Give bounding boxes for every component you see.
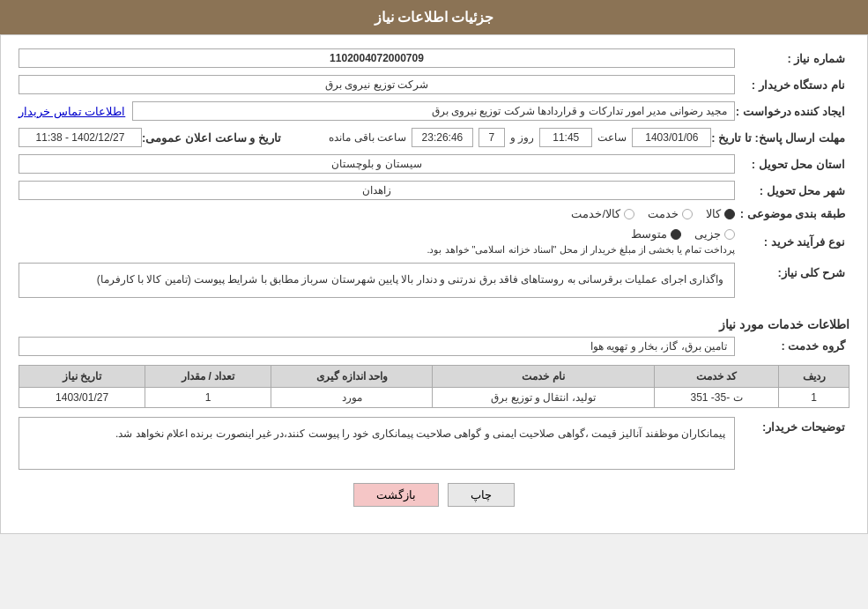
response-date: 1403/01/06 [632,128,711,147]
print-button[interactable]: چاپ [448,483,515,507]
col-header-quantity: تعداد / مقدار [145,365,271,387]
province-label: استان محل تحویل : [735,158,849,171]
services-table: ردیف کد خدمت نام خدمت واحد اندازه گیری ت… [19,365,849,408]
city-label: شهر محل تحویل : [735,184,849,197]
page-title: جزئیات اطلاعات نیاز [0,0,868,34]
hours-label: ساعت [597,131,627,144]
col-header-code: کد خدمت [654,365,778,387]
process-option-jozyi[interactable]: جزیی [694,227,735,241]
description-label: شرح کلی نیاز: [735,263,849,279]
need-number-label: شماره نیاز : [735,52,849,65]
creator-label: ایجاد کننده درخواست : [735,105,849,118]
remaining-label: ساعت باقی مانده [329,131,406,144]
buyer-notes-label: توضیحات خریدار: [735,417,849,434]
services-title: اطلاعات خدمات مورد نیاز [19,317,849,331]
province-value: سیستان و بلوچستان [19,154,735,174]
col-header-name: نام خدمت [433,365,654,387]
process-motavasset-label: متوسط [631,227,667,241]
table-row: 1ت -35- 351تولید، انتقال و توزیع برقمورد… [19,387,849,407]
buyer-org-label: نام دستگاه خریدار : [735,78,849,92]
process-radio-motavasset [671,229,681,240]
category-option-khedmat[interactable]: خدمت [648,207,693,220]
process-option-motavasset[interactable]: متوسط [631,227,681,241]
category-option-kala-khedmat[interactable]: کالا/خدمت [571,207,634,220]
days-label: روز و [510,131,534,144]
buyer-org-value: شرکت توزیع نیروی برق [19,75,735,94]
process-note: پرداخت تمام یا بخشی از مبلغ خریدار از مح… [427,244,735,256]
contact-link[interactable]: اطلاعات تماس خریدار [19,105,125,118]
description-value: واگذاری اجرای عملیات برقرسانی به روستاها… [19,263,735,298]
col-header-row: ردیف [779,365,849,387]
response-time: 11:45 [539,128,592,147]
deadline-label: مهلت ارسال پاسخ: تا تاریخ : [711,131,849,145]
back-button[interactable]: بازگشت [353,483,439,507]
service-group-value: تامین برق، گاز، بخار و تهویه هوا [19,337,735,356]
category-kala-label: کالا [706,207,721,220]
response-days: 7 [479,128,505,147]
service-group-label: گروه خدمت : [735,339,849,353]
col-header-date: تاریخ نیاز [19,365,145,387]
category-option-kala[interactable]: کالا [706,207,735,220]
category-khedmat-label: خدمت [648,207,679,220]
creator-value: مجید رضوانی مدیر امور تدارکات و قرارداده… [132,101,735,121]
response-remaining: 23:26:46 [412,128,473,147]
announce-date-value: 1402/12/27 - 11:38 [19,128,142,147]
process-label: نوع فرآیند خرید : [735,235,849,249]
category-radio-khedmat [682,209,693,219]
city-value: زاهدان [19,181,735,200]
col-header-unit: واحد اندازه گیری [271,365,433,387]
category-kala-khedmat-label: کالا/خدمت [571,207,620,220]
category-label: طبقه بندی موضوعی : [735,207,849,220]
process-radio-jozyi [724,229,735,240]
category-radio-kala-khedmat [624,209,634,219]
category-radio-kala [724,209,735,219]
button-row: چاپ بازگشت [19,483,849,520]
need-number-value: 1102004072000709 [19,48,735,68]
process-jozyi-label: جزیی [694,227,721,241]
announce-date-label: تاریخ و ساعت اعلان عمومی: [142,131,286,145]
buyer-notes-value: پیمانکاران موظفند آنالیز قیمت ،گواهی صلا… [19,417,735,470]
